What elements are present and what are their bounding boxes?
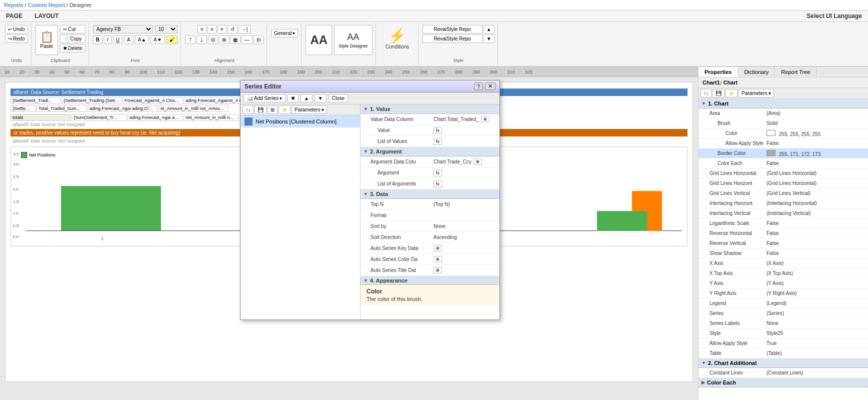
undo-group-label: Undo (11, 58, 22, 63)
prop-section-value[interactable]: ▼ 1. Value (360, 104, 500, 114)
right-params-btn[interactable]: Parameters ▾ (738, 89, 774, 98)
style-scroll-down[interactable]: ▼ (484, 34, 494, 43)
breadcrumb-reports[interactable]: Reports (4, 2, 24, 8)
delete-series-btn[interactable]: ✖ (288, 94, 298, 102)
breadcrumb-custom-report[interactable]: Custom Report (28, 2, 65, 8)
style-box-2: RevalStyle Repo (422, 34, 482, 43)
style-aa-button[interactable]: AA (306, 25, 332, 55)
prop-row-value-data-col: Value Data Column Chart.Total_Traded_ ⊞ (360, 114, 500, 125)
series-save-btn[interactable]: 💾 (254, 106, 266, 114)
rprop-row-allow-apply-1: Allow Apply Style False (698, 138, 868, 148)
undo-button[interactable]: ↩ Undo (5, 25, 28, 34)
right-save-btn[interactable]: 💾 (712, 89, 724, 98)
data-cell-3: Forecast_Against_A Close_Out_Against... (122, 97, 182, 104)
add-series-btn[interactable]: 📊 Add Series ▾ (244, 94, 286, 102)
chart-bar-1 (61, 186, 161, 231)
ribbon-group-styles: RevalStyle Repo ▲ RevalStyle Repo ▼ Styl… (420, 23, 498, 65)
data-cell-sum3: net_Amount_in_milli nst_Amount_in_mill..… (184, 114, 238, 121)
rprop-row-y-axis: Y Axis (Y Axis) (698, 278, 868, 288)
cut-button[interactable]: ✂ Cut (60, 25, 86, 34)
right-panel-title: Chart1: Chart (698, 78, 868, 88)
ribbon-group-clipboard: 📋 Paste ✂ Cut 📄 Copy ✖ Delete Clipboard (32, 23, 89, 65)
rprop-row-color: Color 255, 255, 255, 255 (698, 128, 868, 138)
font-increase-button[interactable]: A▲ (135, 36, 150, 44)
paste-large-btn[interactable]: 📋 Paste (36, 25, 58, 55)
auto-title-btn[interactable]: ⊞ (434, 267, 442, 274)
copy-button[interactable]: 📄 Copy (60, 34, 86, 43)
right-panel-toolbar: ↑↓ 💾 ⚡ Parameters ▾ (698, 88, 868, 99)
data-cell-7: ading.Forecast_Agai ading.Close_Out_Ag (88, 105, 158, 112)
rprop-row-table: Table (Table) (698, 348, 868, 358)
rprop-row-style: Style Style25 (698, 328, 868, 338)
series-item-1[interactable]: Net Positions [Clustered Column] (240, 116, 360, 128)
prop-section-appearance[interactable]: ▼ 4. Appearance (360, 276, 500, 284)
rprop-row-x-top-axis: X Top Axis (X Top Axis) (698, 268, 868, 278)
line-button[interactable]: — (242, 36, 252, 44)
series-grid-btn[interactable]: ⊞ (268, 106, 278, 114)
argument-expr-btn[interactable]: fx (434, 170, 442, 176)
valign-top-button[interactable]: ⊤ (185, 36, 196, 44)
move-up-btn[interactable]: ▲ (300, 94, 312, 102)
valign-bottom-button[interactable]: ⊟ (208, 36, 218, 44)
style-designer-button[interactable]: AA Style Designer (334, 25, 372, 55)
right-flash-btn[interactable]: ⚡ (726, 89, 738, 98)
prop-section-argument[interactable]: ▼ 2. Argument (360, 147, 500, 156)
value-data-col-btn[interactable]: ⊞ (481, 116, 490, 122)
move-down-btn[interactable]: ▼ (314, 94, 326, 102)
indent-button[interactable]: →| (238, 25, 251, 34)
highlight-button[interactable]: 🖌 (166, 36, 178, 44)
tab-report-tree[interactable]: Report Tree (775, 67, 816, 77)
font-decrease-button[interactable]: A▼ (150, 36, 165, 44)
arg-data-col-btn[interactable]: ⊞ (474, 158, 482, 165)
close-btn[interactable]: Close (328, 94, 348, 102)
style-scroll-up[interactable]: ▲ (484, 25, 494, 34)
conditions-button[interactable]: ⚡ Conditions (380, 25, 415, 52)
auto-color-btn[interactable]: ⊞ (434, 256, 442, 262)
ribbon-group-conditions: ⚡ Conditions (377, 23, 418, 65)
general-dropdown[interactable]: General ▾ (271, 29, 298, 38)
wrap-button[interactable]: ⊞ (219, 36, 229, 44)
underline-button[interactable]: U (113, 36, 122, 44)
tab-properties[interactable]: Properties (698, 67, 738, 77)
format-button[interactable]: ⊟ (254, 36, 264, 44)
font-size-select[interactable]: 10 (155, 25, 178, 34)
right-panel: Properties Dictionary Report Tree Chart1… (698, 67, 868, 400)
series-item-icon (244, 118, 252, 126)
auto-key-btn[interactable]: ⊞ (434, 245, 442, 252)
tab-dictionary[interactable]: Dictionary (738, 67, 775, 77)
rprop-row-rev-h: Reverse Horizontal False (698, 228, 868, 238)
dialog-close-btn[interactable]: ✕ (485, 82, 496, 90)
series-flash-btn[interactable]: ⚡ (278, 106, 290, 114)
align-right-button[interactable]: ≡ (218, 25, 226, 34)
rprop-row-border-color[interactable]: Border Color 255, 171, 172, 173 (698, 148, 868, 158)
align-center-button[interactable]: ≡ (208, 25, 216, 34)
select-ui-language[interactable]: Select UI Language (804, 12, 864, 20)
list-values-btn[interactable]: fx (434, 138, 442, 145)
prop-section-data[interactable]: ▼ 3. Data (360, 190, 500, 199)
rprop-section-chart[interactable]: ▼ 1. Chart (698, 99, 868, 108)
redo-button[interactable]: ↪ Redo (5, 34, 28, 43)
dialog-help-btn[interactable]: ? (474, 82, 483, 90)
italic-button[interactable]: I (104, 36, 112, 44)
align-left-button[interactable]: ≡ (198, 25, 206, 34)
list-args-btn[interactable]: fx (434, 180, 442, 188)
value-expr-btn[interactable]: fx (434, 127, 442, 134)
prop-row-format: Format (360, 210, 500, 221)
prop-row-sort-by: Sort by None (360, 221, 500, 232)
rprop-row-log-scale: Logarithmic Scale False (698, 218, 868, 228)
series-sort-btn[interactable]: ↑↓ (242, 106, 254, 114)
right-sort-btn[interactable]: ↑↓ (700, 89, 712, 98)
border-button[interactable]: ▦ (230, 36, 240, 44)
delete-button[interactable]: ✖ Delete (60, 44, 86, 52)
rprop-section-color-each[interactable]: ▶ Color Each (698, 378, 868, 388)
menu-page[interactable]: PAGE (4, 12, 24, 20)
font-color-button[interactable]: A (124, 36, 134, 44)
justify-button[interactable]: ↺ (228, 25, 238, 34)
dialog-titlebar: Series Editor ? ✕ (240, 80, 500, 92)
bold-button[interactable]: B (93, 36, 102, 44)
font-name-select[interactable]: Agency FB (93, 25, 153, 34)
rprop-section-chart-additional[interactable]: ▼ 2. Chart Additional (698, 358, 868, 368)
menu-layout[interactable]: LAYOUT (32, 12, 60, 20)
series-params-btn[interactable]: Parameters ▾ (292, 106, 327, 114)
valign-middle-button[interactable]: ⊥ (196, 36, 207, 44)
